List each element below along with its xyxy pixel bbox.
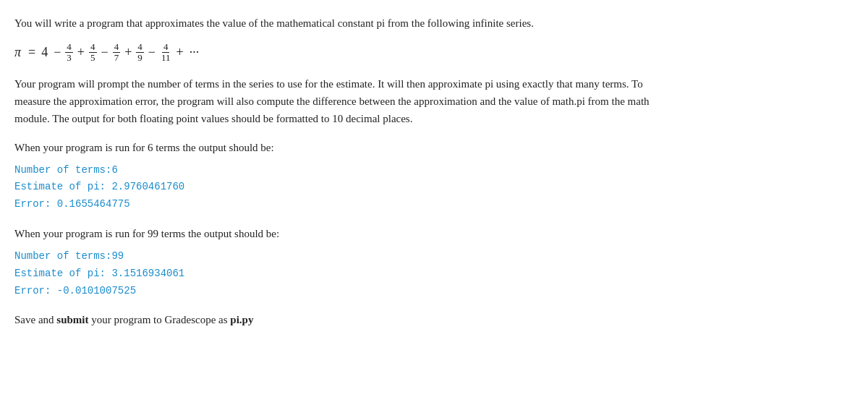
example1-terms-label: Number of terms: [14, 164, 111, 176]
example2-error-value: -0.0101007525 [57, 285, 136, 297]
example2-terms-value: 99 [111, 250, 124, 262]
pi-symbol: π [14, 42, 21, 63]
example2-line3: Error: -0.0101007525 [14, 283, 846, 300]
submit-filename: pi.py [230, 314, 253, 325]
submit-line: Save and submit your program to Gradesco… [14, 311, 846, 328]
example2-intro: When your program is run for 99 terms th… [14, 225, 665, 242]
example1-error-value: 0.1655464775 [57, 198, 130, 210]
example1-estimate-label: Estimate of pi: [14, 181, 111, 192]
frac-4-5: 4 5 [89, 42, 97, 64]
example1-intro: When your program is run for 6 terms the… [14, 139, 665, 156]
intro-paragraph-1: You will write a program that approximat… [14, 14, 665, 32]
formula-block: π = 4 − 4 3 + 4 5 − 4 7 + 4 9 − 4 11 + ·… [14, 42, 846, 64]
example1-output: Number of terms:6 Estimate of pi: 2.9760… [14, 162, 846, 213]
example2-terms-label: Number of terms: [14, 250, 111, 262]
example2-output: Number of terms:99 Estimate of pi: 3.151… [14, 248, 846, 299]
frac-4-9: 4 9 [136, 42, 144, 64]
submit-bold: submit [56, 314, 88, 325]
submit-text-before: Save and [14, 314, 56, 325]
example1-terms-value: 6 [111, 164, 117, 176]
submit-text-middle: your program to Gradescope as [89, 314, 231, 325]
example1-line1: Number of terms:6 [14, 162, 846, 179]
example2-line1: Number of terms:99 [14, 248, 846, 265]
example2-estimate-value: 3.1516934061 [111, 268, 184, 279]
example1-error-label: Error: [14, 198, 57, 210]
example2-line2: Estimate of pi: 3.1516934061 [14, 265, 846, 283]
frac-4-7: 4 7 [113, 42, 121, 64]
frac-4-3: 4 3 [65, 42, 73, 64]
example2-estimate-label: Estimate of pi: [14, 268, 111, 279]
example2-error-label: Error: [14, 285, 57, 297]
example1-line3: Error: 0.1655464775 [14, 196, 846, 213]
example1-line2: Estimate of pi: 2.9760461760 [14, 179, 846, 196]
frac-4-11: 4 11 [160, 42, 172, 64]
description-paragraph: Your program will prompt the number of t… [14, 75, 665, 127]
example1-estimate-value: 2.9760461760 [111, 181, 184, 192]
